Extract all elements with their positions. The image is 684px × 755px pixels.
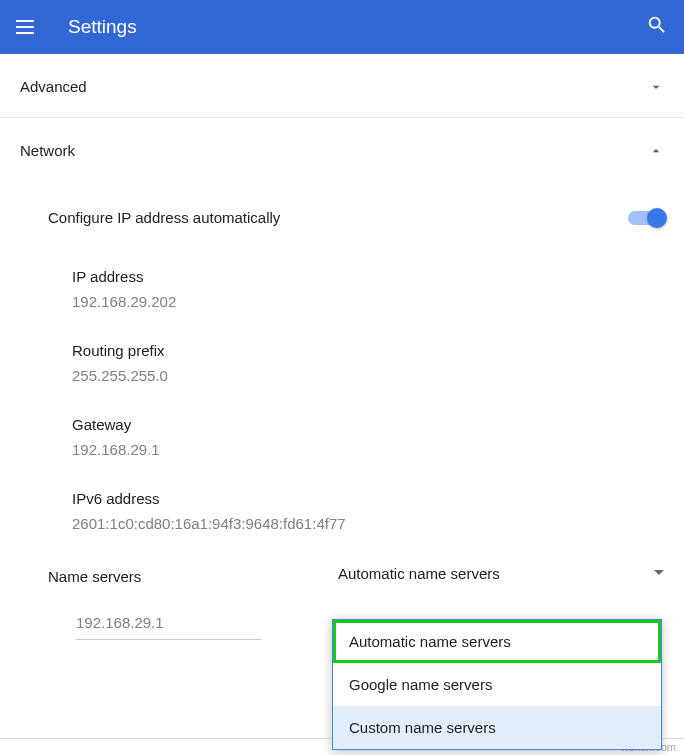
chevron-up-icon — [648, 143, 664, 159]
gateway-field: Gateway 192.168.29.1 — [20, 400, 664, 474]
name-servers-row: Name servers Automatic name servers — [20, 548, 664, 598]
name-servers-selected: Automatic name servers — [338, 565, 654, 582]
routing-prefix-value: 255.255.255.0 — [72, 367, 664, 384]
section-network[interactable]: Network — [0, 118, 684, 181]
menu-item-custom[interactable]: Custom name servers — [333, 706, 661, 749]
auto-ip-toggle[interactable] — [628, 211, 664, 225]
section-advanced[interactable]: Advanced — [0, 54, 684, 118]
search-icon[interactable] — [646, 14, 668, 40]
ip-address-value: 192.168.29.202 — [72, 293, 664, 310]
auto-ip-label: Configure IP address automatically — [48, 209, 628, 226]
page-title: Settings — [68, 16, 646, 38]
app-header: Settings — [0, 0, 684, 54]
menu-icon[interactable] — [16, 15, 40, 39]
section-network-title: Network — [20, 142, 648, 159]
menu-item-automatic[interactable]: Automatic name servers — [333, 620, 661, 663]
ip-address-label: IP address — [72, 268, 664, 285]
name-servers-label: Name servers — [48, 568, 338, 585]
ipv6-value: 2601:1c0:cd80:16a1:94f3:9648:fd61:4f77 — [72, 515, 664, 532]
name-servers-menu: Automatic name servers Google name serve… — [332, 619, 662, 750]
name-server-input[interactable] — [76, 606, 261, 640]
gateway-value: 192.168.29.1 — [72, 441, 664, 458]
ipv6-label: IPv6 address — [72, 490, 664, 507]
gateway-label: Gateway — [72, 416, 664, 433]
routing-prefix-label: Routing prefix — [72, 342, 664, 359]
ip-address-field: IP address 192.168.29.202 — [20, 252, 664, 326]
menu-item-google[interactable]: Google name servers — [333, 663, 661, 706]
dropdown-arrow-icon — [654, 564, 664, 582]
name-servers-dropdown[interactable]: Automatic name servers — [338, 564, 664, 588]
auto-ip-row: Configure IP address automatically — [20, 181, 664, 252]
network-content: Configure IP address automatically IP ad… — [0, 181, 684, 650]
routing-prefix-field: Routing prefix 255.255.255.0 — [20, 326, 664, 400]
section-advanced-title: Advanced — [20, 78, 648, 95]
chevron-down-icon — [648, 79, 664, 95]
ipv6-field: IPv6 address 2601:1c0:cd80:16a1:94f3:964… — [20, 474, 664, 548]
